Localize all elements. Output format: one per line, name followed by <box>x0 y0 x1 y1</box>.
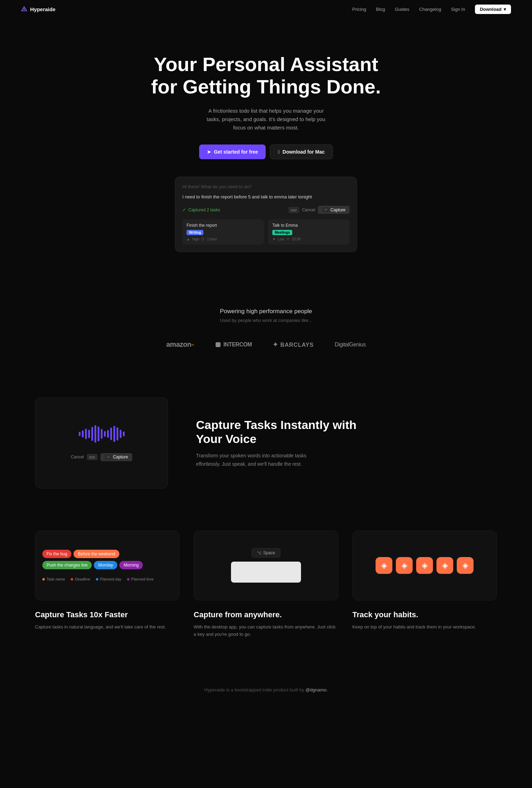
nav-signin[interactable]: Sign In <box>451 7 465 12</box>
features-section: Cancel esc ⏎ Capture Capture Tasks Insta… <box>0 370 532 666</box>
nav-links: Pricing Blog Guides Changelog Sign In Do… <box>352 5 511 14</box>
digitalgenius-logo: DigitalGenius <box>335 342 366 348</box>
social-proof-sub: Used by people who work at companies lik… <box>14 318 518 323</box>
hero-headline: Your Personal Assistant for Getting Thin… <box>147 53 385 98</box>
footer-text: Hyperaide is a bootstrapped indie produc… <box>14 687 518 692</box>
features-grid: Fix the bug Before the weekend Push the … <box>35 530 497 638</box>
task1-meta: ▲ High ⏱ 1 hour <box>187 237 260 241</box>
legend-planned-time: Planned time <box>127 577 154 581</box>
navbar: Hyperaide Pricing Blog Guides Changelog … <box>0 0 532 18</box>
footer: Hyperaide is a bootstrapped indie produc… <box>0 666 532 703</box>
voice-feature-heading: Capture Tasks Instantly with Your Voice <box>196 418 497 446</box>
demo-task-2: Talk to Emma Meetings ▼ Low ⏱ 20:00 <box>268 219 350 245</box>
dot-blue <box>96 578 98 581</box>
habit-icon-5: ◈ <box>457 557 474 574</box>
tag-weekend: Before the weekend <box>74 550 119 558</box>
barclays-logo: ✦ BARCLAYS <box>273 341 314 349</box>
anywhere-feature-card: ⌥ Space Capture from anywhere. With the … <box>194 530 338 638</box>
waveform <box>79 425 125 443</box>
habits-heading: Track your habits. <box>352 610 497 619</box>
amazon-logo: amazon~ <box>166 340 194 349</box>
option-key-icon: ⌥ <box>257 550 262 555</box>
legend: Task name Deadline Planned day Plan <box>42 577 154 581</box>
voice-feature-description: Transform your spoken words into actiona… <box>196 452 329 469</box>
space-input-box <box>231 562 301 583</box>
demo-input: I need to finish the report before 5 and… <box>182 194 350 200</box>
tags-visual: Fix the bug Before the weekend Push the … <box>42 550 172 581</box>
nav-download-button[interactable]: Download ▾ <box>475 5 511 14</box>
nav-pricing[interactable]: Pricing <box>352 7 366 12</box>
demo-box: Hi there! What do you need to do? I need… <box>175 177 357 252</box>
waveform-bar <box>88 430 90 438</box>
tags-row-1: Fix the bug Before the weekend <box>42 550 119 558</box>
voice-capture-button[interactable]: ⏎ Capture <box>100 453 132 461</box>
voice-cancel-button[interactable]: Cancel <box>71 455 84 459</box>
download-mac-button[interactable]:  Download for Mac <box>270 145 333 159</box>
footer-author-link[interactable]: @dgnamo. <box>306 687 328 692</box>
waveform-bar <box>91 427 93 441</box>
dot-orange <box>42 578 45 581</box>
habits-icons: ◈ ◈ ◈ ◈ ◈ <box>376 557 474 574</box>
demo-actions: esc Cancel ⏎ Capture <box>288 206 350 214</box>
space-key-badge: ⌥ Space <box>252 548 280 557</box>
nav-changelog[interactable]: Changelog <box>419 7 441 12</box>
tag-morning: Morning <box>119 561 143 569</box>
demo-prompt: Hi there! What do you need to do? <box>182 184 350 189</box>
clock-icon-2: ⏱ <box>286 237 290 241</box>
waveform-bar <box>107 430 109 438</box>
demo-cancel-button[interactable]: Cancel <box>302 207 315 212</box>
task2-meta: ▼ Low ⏱ 20:00 <box>272 237 345 241</box>
habit-icon-2: ◈ <box>396 557 413 574</box>
legend-deadline: Deadline <box>71 577 90 581</box>
waveform-bar <box>82 430 84 437</box>
habits-visual: ◈ ◈ ◈ ◈ ◈ <box>352 530 497 600</box>
svg-point-1 <box>23 8 25 10</box>
space-visual: ⌥ Space <box>231 548 301 583</box>
social-proof-heading: Powering high performance people <box>14 308 518 315</box>
demo-captured-status: ✓ Captured 2 tasks <box>182 207 220 212</box>
waveform-bar <box>113 426 115 442</box>
faster-feature-card: Fix the bug Before the weekend Push the … <box>35 530 180 638</box>
waveform-bar <box>101 429 103 439</box>
check-icon: ✓ <box>182 207 186 212</box>
legend-planned-day: Planned day <box>96 577 121 581</box>
nav-guides[interactable]: Guides <box>395 7 409 12</box>
chevron-down-icon: ▾ <box>504 7 506 12</box>
clock-icon: ⏱ <box>201 237 205 241</box>
legend-task-name: Task name <box>42 577 65 581</box>
habit-icon-3: ◈ <box>416 557 433 574</box>
anywhere-visual: ⌥ Space <box>194 530 338 600</box>
voice-esc-key: esc <box>87 454 98 460</box>
faster-visual: Fix the bug Before the weekend Push the … <box>35 530 180 600</box>
svg-rect-2 <box>216 342 220 347</box>
demo-tasks: Finish the report Writing ▲ High ⏱ 1 hou… <box>182 219 350 245</box>
demo-capture-button[interactable]: ⏎ Capture <box>318 206 350 214</box>
get-started-button[interactable]: ➤ Get started for free <box>199 145 266 159</box>
priority-icon: ▲ <box>187 237 190 241</box>
anywhere-description: With the desktop app, you can capture ta… <box>194 624 338 638</box>
voice-visual: Cancel esc ⏎ Capture <box>35 397 168 488</box>
send-icon: ➤ <box>207 149 211 155</box>
waveform-bar <box>120 430 121 438</box>
habits-description: Keep on top of your habits and track the… <box>352 624 497 631</box>
task2-tag: Meetings <box>272 230 292 235</box>
company-logos: amazon~ INTERCOM ✦ BARCLAYS DigitalGeniu… <box>14 340 518 349</box>
enter-key-icon: ⏎ <box>322 207 329 212</box>
dot-purple <box>127 578 130 581</box>
hero-subtext: A frictionless todo list that helps you … <box>203 107 329 132</box>
task1-tag: Writing <box>187 230 203 235</box>
voice-actions: Cancel esc ⏎ Capture <box>71 453 132 461</box>
habit-icon-4: ◈ <box>436 557 453 574</box>
priority-icon-2: ▼ <box>272 237 276 241</box>
social-proof-section: Powering high performance people Used by… <box>0 273 532 370</box>
waveform-bar <box>79 432 80 436</box>
nav-blog[interactable]: Blog <box>376 7 385 12</box>
demo-status-row: ✓ Captured 2 tasks esc Cancel ⏎ Capture <box>182 206 350 214</box>
apple-icon:  <box>278 149 280 155</box>
tag-push: Push the changes live <box>42 561 92 569</box>
demo-task-1: Finish the report Writing ▲ High ⏱ 1 hou… <box>182 219 264 245</box>
hero-section: Your Personal Assistant for Getting Thin… <box>0 18 532 273</box>
tags-row-2: Push the changes live Monday Morning <box>42 561 143 569</box>
logo[interactable]: Hyperaide <box>21 6 56 12</box>
intercom-logo: INTERCOM <box>215 342 252 348</box>
